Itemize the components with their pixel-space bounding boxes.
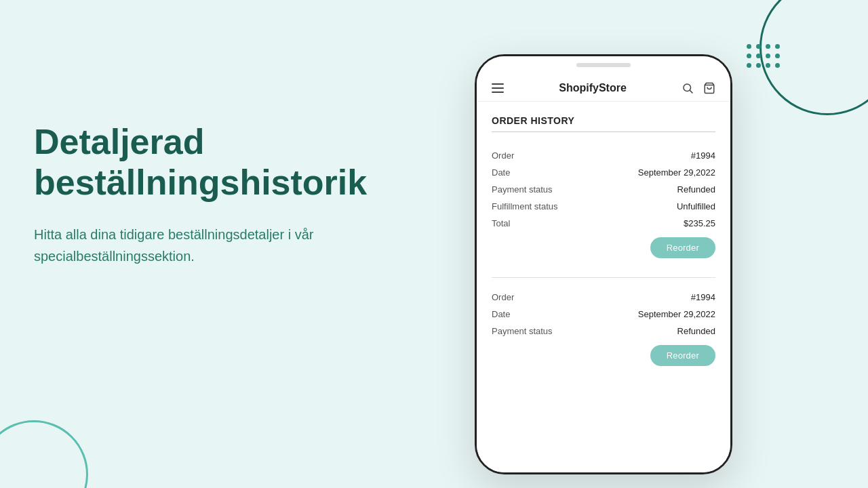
hamburger-line-3 bbox=[492, 92, 504, 93]
order-row-date-2: Date September 29,2022 bbox=[492, 306, 715, 323]
section-title: ORDER HISTORY bbox=[492, 115, 715, 126]
dot-1 bbox=[747, 44, 751, 49]
payment-label-2: Payment status bbox=[492, 326, 553, 336]
payment-value-2: Refunded bbox=[677, 326, 715, 336]
order-value-1: #1994 bbox=[691, 150, 715, 161]
search-icon[interactable] bbox=[682, 82, 694, 94]
payment-label-1: Payment status bbox=[492, 184, 553, 195]
reorder-button-1[interactable]: Reorder bbox=[650, 237, 715, 258]
dot-6 bbox=[756, 54, 761, 58]
order-row-number-2: Order #1994 bbox=[492, 289, 715, 306]
section-divider bbox=[492, 131, 715, 132]
reorder-button-2[interactable]: Reorder bbox=[650, 345, 715, 366]
dot-4 bbox=[775, 44, 780, 49]
dot-5 bbox=[747, 54, 751, 58]
fulfillment-value-1: Unfulfilled bbox=[677, 201, 715, 211]
main-heading: Detaljerad beställningshistorik bbox=[34, 122, 359, 203]
hamburger-line-1 bbox=[492, 83, 504, 85]
nav-icons-right bbox=[682, 82, 715, 94]
phone-mockup: ShopifyStore ORDER HISTORY bbox=[475, 54, 732, 474]
date-value-1: September 29,2022 bbox=[638, 167, 715, 178]
payment-value-1: Refunded bbox=[677, 184, 715, 195]
dot-7 bbox=[766, 54, 770, 58]
phone-top-bar bbox=[477, 56, 730, 75]
order-label-1: Order bbox=[492, 150, 514, 161]
navbar: ShopifyStore bbox=[477, 75, 730, 102]
order-value-2: #1994 bbox=[691, 292, 715, 302]
dot-11 bbox=[766, 63, 770, 68]
order-row-total-1: Total $235.25 bbox=[492, 215, 715, 232]
card-divider-1 bbox=[492, 277, 715, 278]
order-row-number-1: Order #1994 bbox=[492, 147, 715, 164]
phone-content: ORDER HISTORY Order #1994 Date September… bbox=[477, 102, 730, 472]
dot-2 bbox=[756, 44, 761, 49]
svg-line-1 bbox=[690, 90, 692, 93]
order-label-2: Order bbox=[492, 292, 514, 302]
dot-9 bbox=[747, 63, 751, 68]
date-value-2: September 29,2022 bbox=[638, 309, 715, 319]
decorative-circle-bottom-left bbox=[0, 420, 88, 488]
fulfillment-label-1: Fulfillment status bbox=[492, 201, 558, 211]
dot-10 bbox=[756, 63, 761, 68]
order-row-payment-1: Payment status Refunded bbox=[492, 181, 715, 198]
order-card-2: Order #1994 Date September 29,2022 Payme… bbox=[492, 285, 715, 378]
order-row-payment-2: Payment status Refunded bbox=[492, 323, 715, 340]
hamburger-icon[interactable] bbox=[492, 83, 504, 93]
dots-decoration bbox=[747, 44, 780, 68]
left-content: Detaljerad beställningshistorik Hitta al… bbox=[34, 122, 359, 267]
date-label-1: Date bbox=[492, 167, 510, 178]
sub-text: Hitta alla dina tidigare beställningsdet… bbox=[34, 224, 359, 267]
dot-3 bbox=[766, 44, 770, 49]
date-label-2: Date bbox=[492, 309, 510, 319]
total-label-1: Total bbox=[492, 218, 510, 228]
nav-brand: ShopifyStore bbox=[504, 82, 682, 94]
total-value-1: $235.25 bbox=[684, 218, 715, 228]
order-row-date-1: Date September 29,2022 bbox=[492, 164, 715, 181]
order-row-fulfillment-1: Fulfillment status Unfulfilled bbox=[492, 198, 715, 215]
svg-point-0 bbox=[684, 84, 691, 92]
phone-notch bbox=[576, 63, 631, 67]
hamburger-line-2 bbox=[492, 87, 504, 89]
phone-frame: ShopifyStore ORDER HISTORY bbox=[475, 54, 732, 474]
order-card-1: Order #1994 Date September 29,2022 Payme… bbox=[492, 143, 715, 270]
dot-12 bbox=[775, 63, 780, 68]
cart-icon[interactable] bbox=[703, 82, 715, 94]
dot-8 bbox=[775, 54, 780, 58]
order-history-section: ORDER HISTORY Order #1994 Date September… bbox=[477, 102, 730, 378]
